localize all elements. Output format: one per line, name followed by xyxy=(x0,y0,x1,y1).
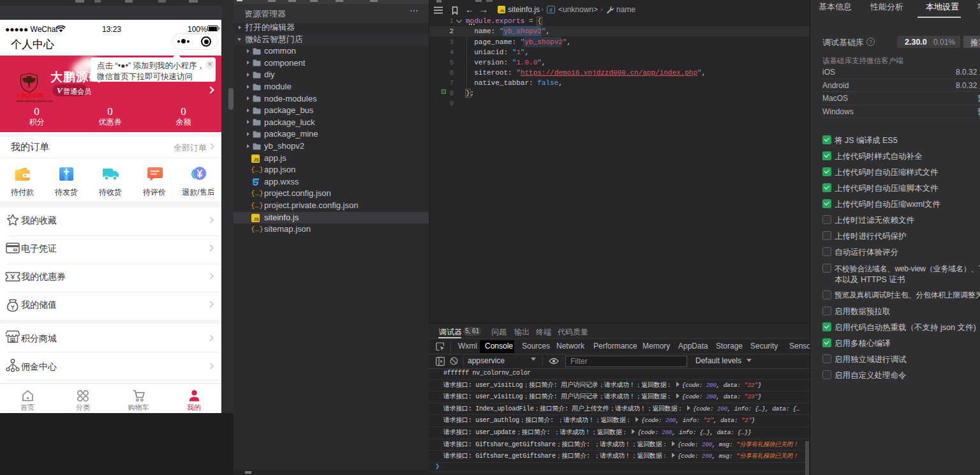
svg-text:JS: JS xyxy=(500,9,504,13)
svg-text:@: @ xyxy=(549,8,553,13)
svg-text:JS: JS xyxy=(254,158,260,162)
svg-text:JS: JS xyxy=(254,217,260,222)
